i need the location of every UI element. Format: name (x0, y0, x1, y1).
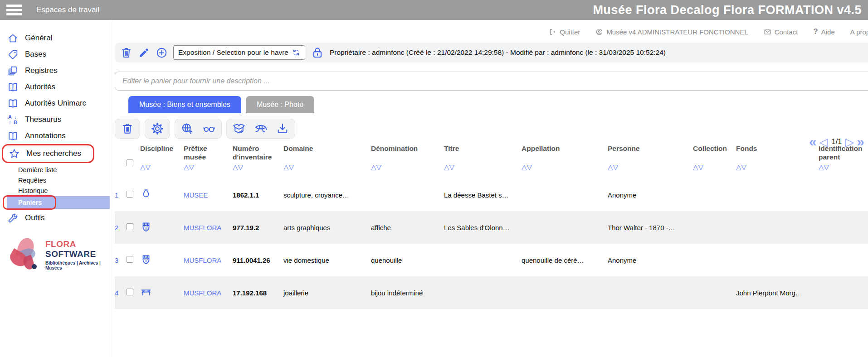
globe-upload-icon (181, 122, 194, 135)
cell-appellation: quenouille de céré… (522, 244, 608, 276)
sort-prefixe[interactable]: △▽ (184, 163, 231, 171)
row-checkbox[interactable] (127, 191, 133, 198)
sidebar-item-label: Général (25, 34, 52, 43)
settings-button[interactable] (145, 119, 170, 139)
workspace-label: Espaces de travail (36, 5, 99, 14)
paniers-highlight-box (3, 195, 56, 210)
row-number[interactable]: 2 (115, 211, 127, 244)
sort-personne[interactable]: △▽ (608, 163, 691, 171)
select-all-checkbox[interactable] (127, 159, 133, 166)
sort-desc-icon: ▽ (449, 163, 455, 171)
row-checkbox[interactable] (127, 223, 133, 230)
cell-fonds (736, 178, 819, 211)
book-icon (7, 130, 19, 142)
export-button-group[interactable] (226, 119, 295, 139)
sidebar-item-autorites-unimarc[interactable]: Autorités Unimarc (0, 95, 110, 111)
panier-description-input[interactable] (115, 72, 868, 91)
panier-select[interactable]: Exposition / Selection pour le havre (173, 45, 305, 60)
sort-titre[interactable]: △▽ (444, 163, 520, 171)
user-label: Musée v4 ADMINISTRATEUR FONCTIONNEL (606, 28, 748, 36)
sort-asc-icon: △ (736, 163, 741, 171)
prefixe-link[interactable]: MUSFLORA (184, 244, 233, 276)
numero-inventaire: 911.0041.26 (233, 244, 283, 276)
sort-appellation[interactable]: △▽ (522, 163, 606, 171)
first-page-icon[interactable]: « (809, 135, 817, 149)
edit-panier-icon[interactable] (138, 47, 150, 59)
sidebar-item-thesaurus[interactable]: A↓↑B Thesaurus (0, 111, 110, 128)
row-checkbox[interactable] (127, 289, 133, 295)
sidebar-item-bases[interactable]: Bases (0, 46, 110, 63)
sidebar-item-label: Thesaurus (25, 115, 61, 124)
col-header-discipline: Discipline (140, 144, 182, 162)
sidebar-item-autorites[interactable]: Autorités (0, 79, 110, 95)
cell-denomination: bijou indéterminé (371, 276, 444, 309)
quitter-label: Quitter (560, 28, 580, 36)
sort-denomination[interactable]: △▽ (371, 163, 442, 171)
sort-fonds[interactable]: △▽ (736, 163, 817, 171)
sort-asc-icon: △ (693, 163, 698, 171)
star-icon (9, 148, 20, 159)
result-tabs: Musée : Biens et ensembles Musée : Photo (128, 96, 868, 113)
prefixe-link[interactable]: MUSEE (184, 178, 233, 211)
sidebar-item-mes-recherches[interactable]: Mes recherches (2, 144, 94, 163)
cell-personne: Anonyme (608, 178, 693, 211)
col-header-collection: Collection (693, 144, 734, 162)
mask-icon (140, 221, 152, 233)
sidebar-item-annotations[interactable]: Annotations (0, 128, 110, 144)
sort-numero[interactable]: △▽ (233, 163, 282, 171)
aide-button[interactable]: ? Aide (813, 27, 834, 36)
lock-icon[interactable] (311, 45, 324, 60)
col-header-numero: Numéro d'inventaire (233, 144, 282, 162)
col-header-fonds: Fonds (736, 144, 817, 162)
sidebar-item-general[interactable]: Général (0, 30, 110, 46)
exit-icon (549, 28, 556, 36)
sort-identification[interactable]: △▽ (819, 163, 868, 171)
row-number[interactable]: 1 (115, 178, 127, 211)
delete-selection-button[interactable] (115, 119, 140, 139)
tab-photo[interactable]: Musée : Photo (246, 96, 314, 113)
hamburger-menu-icon[interactable] (6, 5, 22, 15)
cell-titre (444, 244, 522, 276)
sort-desc-icon: ▽ (289, 163, 294, 171)
tab-biens-et-ensembles[interactable]: Musée : Biens et ensembles (128, 96, 241, 113)
apropos-button[interactable]: A propos (850, 28, 868, 36)
prefixe-link[interactable]: MUSFLORA (184, 276, 233, 309)
row-number[interactable]: 3 (115, 244, 127, 276)
sidebar-item-label: Registres (25, 66, 58, 75)
sidebar-item-label: Bases (25, 50, 46, 59)
next-page-icon[interactable]: ▷ (845, 135, 854, 149)
sort-desc-icon: ▽ (527, 163, 532, 171)
publish-view-button-group[interactable] (175, 119, 222, 139)
sidebar-subitem-paniers[interactable]: Paniers (7, 196, 110, 209)
last-page-icon[interactable]: » (857, 135, 864, 149)
cell-appellation (522, 178, 608, 211)
cell-denomination: affiche (371, 211, 444, 244)
quitter-button[interactable]: Quitter (549, 28, 580, 36)
sort-discipline[interactable]: △▽ (140, 163, 182, 171)
sidebar-item-label: Annotations (25, 131, 66, 140)
table-row: 4 MUSFLORA 17.192.168 joaillerie bijou i… (115, 276, 868, 309)
row-checkbox[interactable] (127, 256, 133, 263)
numero-inventaire: 1862.1.1 (233, 178, 283, 211)
sidebar-item-registres[interactable]: Registres (0, 63, 110, 79)
thesaurus-icon: A↓↑B (7, 114, 19, 125)
refresh-icon[interactable] (292, 48, 300, 57)
sort-desc-icon: ▽ (376, 163, 382, 171)
cell-personne: Anonyme (608, 244, 693, 276)
sidebar-subitem-derniere-liste[interactable]: Dernière liste (0, 165, 110, 175)
sort-domaine[interactable]: △▽ (283, 163, 369, 171)
sidebar-item-outils[interactable]: Outils (0, 210, 110, 226)
cell-appellation (522, 276, 608, 309)
sidebar-subitem-requetes[interactable]: Requêtes (0, 175, 110, 186)
row-number[interactable]: 4 (115, 276, 127, 309)
cell-identification (819, 244, 868, 276)
previous-page-icon[interactable]: ◁ (819, 135, 828, 149)
delete-panier-icon[interactable] (120, 47, 132, 59)
sidebar-subitem-historique[interactable]: Historique (0, 186, 110, 196)
sort-collection[interactable]: △▽ (693, 163, 734, 171)
contact-button[interactable]: Contact (764, 28, 798, 36)
prefixe-link[interactable]: MUSFLORA (184, 211, 233, 244)
user-menu[interactable]: Musée v4 ADMINISTRATEUR FONCTIONNEL (595, 28, 748, 36)
page-indicator: 1/1 (832, 138, 842, 146)
add-panier-icon[interactable] (156, 47, 168, 59)
